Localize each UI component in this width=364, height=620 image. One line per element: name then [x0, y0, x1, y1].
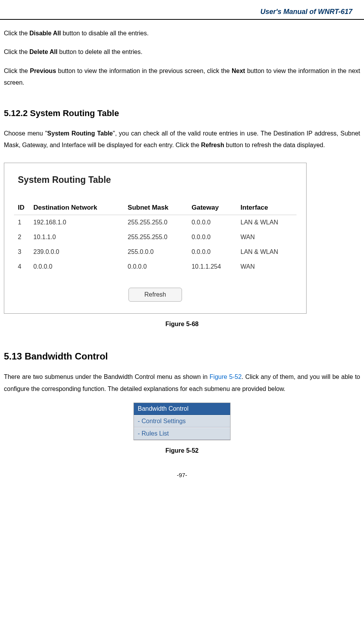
menu-item-control-settings[interactable]: - Control Settings — [134, 415, 230, 427]
manual-title: User's Manual of WNRT-617 — [260, 8, 352, 16]
cell-id: 4 — [14, 259, 29, 274]
bold-system-routing-table: System Routing Table — [47, 130, 113, 137]
table-row: 4 0.0.0.0 0.0.0.0 10.1.1.254 WAN — [14, 259, 296, 274]
cell-iface: LAN & WLAN — [237, 245, 296, 259]
cell-iface: WAN — [237, 259, 296, 274]
cell-gateway: 0.0.0.0 — [188, 215, 237, 230]
heading-bandwidth-control: 5.13 Bandwidth Control — [4, 351, 360, 362]
cell-dest: 0.0.0.0 — [29, 259, 124, 274]
bandwidth-menu: Bandwidth Control - Control Settings - R… — [133, 403, 231, 440]
cell-id: 3 — [14, 245, 29, 259]
th-gateway: Gateway — [188, 201, 237, 215]
paragraph-previous-next: Click the Previous button to view the in… — [4, 65, 360, 89]
paragraph-disable-all: Click the Disable All button to disable … — [4, 28, 360, 39]
paragraph-bandwidth-control: There are two submenus under the Bandwid… — [4, 371, 360, 395]
cell-gateway: 0.0.0.0 — [188, 245, 237, 259]
table-row: 3 239.0.0.0 255.0.0.0 0.0.0.0 LAN & WLAN — [14, 245, 296, 259]
th-id: ID — [14, 201, 29, 215]
menu-item-rules-list[interactable]: - Rules List — [134, 427, 230, 440]
link-figure-552[interactable]: Figure 5-52 — [210, 373, 241, 380]
cell-mask: 255.0.0.0 — [124, 245, 188, 259]
refresh-button[interactable]: Refresh — [128, 288, 182, 302]
cell-iface: LAN & WLAN — [237, 215, 296, 230]
routing-table-title: System Routing Table — [18, 175, 296, 185]
cell-dest: 192.168.1.0 — [29, 215, 124, 230]
routing-table: ID Destination Network Subnet Mask Gatew… — [14, 201, 296, 274]
bold-next: Next — [232, 68, 245, 74]
cell-gateway: 0.0.0.0 — [188, 230, 237, 245]
routing-table-panel: System Routing Table ID Destination Netw… — [4, 163, 307, 314]
bold-disable-all: Disable All — [29, 30, 61, 36]
table-header-row: ID Destination Network Subnet Mask Gatew… — [14, 201, 296, 215]
paragraph-system-routing: Choose menu "System Routing Table", you … — [4, 128, 360, 151]
page-number: -97- — [4, 472, 360, 478]
cell-dest: 239.0.0.0 — [29, 245, 124, 259]
table-row: 1 192.168.1.0 255.255.255.0 0.0.0.0 LAN … — [14, 215, 296, 230]
table-row: 2 10.1.1.0 255.255.255.0 0.0.0.0 WAN — [14, 230, 296, 245]
page-header: User's Manual of WNRT-617 — [0, 0, 364, 19]
cell-id: 2 — [14, 230, 29, 245]
bold-delete-all: Delete All — [29, 49, 57, 55]
cell-id: 1 — [14, 215, 29, 230]
figure-routing-table: System Routing Table ID Destination Netw… — [4, 163, 360, 328]
cell-iface: WAN — [237, 230, 296, 245]
bold-previous: Previous — [30, 68, 56, 74]
paragraph-delete-all: Click the Delete All button to delete al… — [4, 46, 360, 58]
cell-gateway: 10.1.1.254 — [188, 259, 237, 274]
th-interface: Interface — [237, 201, 296, 215]
th-destination: Destination Network — [29, 201, 124, 215]
figure-caption-568: Figure 5-68 — [4, 321, 360, 328]
bold-refresh: Refresh — [201, 142, 224, 148]
heading-system-routing-table: 5.12.2 System Routing Table — [4, 108, 360, 118]
header-divider — [0, 19, 364, 20]
menu-header-bandwidth[interactable]: Bandwidth Control — [134, 403, 230, 415]
cell-mask: 0.0.0.0 — [124, 259, 188, 274]
figure-caption-552: Figure 5-52 — [4, 447, 360, 454]
cell-mask: 255.255.255.0 — [124, 215, 188, 230]
cell-dest: 10.1.1.0 — [29, 230, 124, 245]
cell-mask: 255.255.255.0 — [124, 230, 188, 245]
th-subnet-mask: Subnet Mask — [124, 201, 188, 215]
